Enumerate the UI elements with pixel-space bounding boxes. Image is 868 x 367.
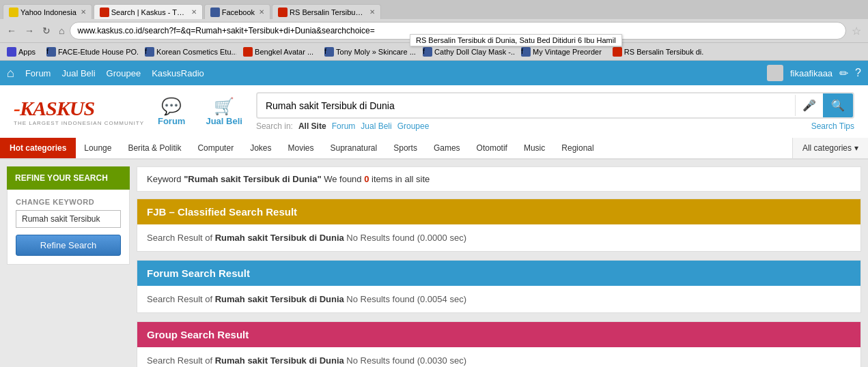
fjb-body-query: Rumah sakit Tersibuk di Dunia bbox=[215, 233, 344, 243]
bookmark-label-bengkel: Bengkel Avatar ... bbox=[255, 48, 313, 56]
cat-supranatural[interactable]: Supranatural bbox=[322, 138, 386, 158]
search-mic-button[interactable]: 🎤 bbox=[795, 95, 823, 116]
bookmark-label-my-vintage: My Vintage Preorder bbox=[533, 48, 602, 56]
bookmark-rs-bersalin[interactable]: RS Bersalin Tersibuk di... bbox=[608, 46, 704, 58]
cat-lounge[interactable]: Lounge bbox=[76, 138, 120, 158]
all-categories-button[interactable]: All categories ▾ bbox=[792, 138, 868, 158]
fjb-body-prefix: Search Result of bbox=[147, 233, 215, 243]
fjb-section: FJB – Classified Search Result Search Re… bbox=[137, 199, 861, 252]
back-button[interactable]: ← bbox=[4, 24, 19, 38]
bookmark-icon-my-vintage: f bbox=[521, 47, 531, 57]
tab-close-kaskus[interactable]: ✕ bbox=[191, 8, 197, 16]
tab-facebook[interactable]: Facebook ✕ bbox=[204, 4, 270, 19]
bookmark-icon-face-etude: f bbox=[46, 47, 56, 57]
keyword-suffix-post: items in all site bbox=[369, 174, 430, 184]
search-bar: 🎤 🔍 bbox=[256, 92, 854, 119]
tab-rs[interactable]: RS Bersalin Tersibuk di Duni... ✕ bbox=[272, 4, 381, 19]
search-opt-jualbeli[interactable]: Jual Beli bbox=[361, 121, 391, 131]
refine-search-button[interactable]: Refine Search bbox=[16, 235, 121, 256]
keyword-result-bar: Keyword "Rumah sakit Tersibuk di Dunia" … bbox=[137, 166, 861, 192]
bookmark-apps[interactable]: Apps bbox=[3, 46, 40, 58]
cat-jokes[interactable]: Jokes bbox=[242, 138, 279, 158]
home-nav-icon[interactable]: ⌂ bbox=[7, 66, 14, 80]
help-button[interactable]: ? bbox=[855, 67, 861, 79]
group-body: Search Result of Rumah sakit Tersibuk di… bbox=[137, 347, 860, 367]
avatar bbox=[767, 65, 783, 81]
right-panel: Keyword "Rumah sakit Tersibuk di Dunia" … bbox=[137, 166, 861, 367]
left-panel: REFINE YOUR SEARCH CHANGE KEYWORD Refine… bbox=[7, 166, 130, 367]
cat-sports[interactable]: Sports bbox=[385, 138, 425, 158]
tab-close-fb[interactable]: ✕ bbox=[259, 8, 264, 16]
cat-berita[interactable]: Berita & Politik bbox=[120, 138, 189, 158]
tab-favicon-rs bbox=[278, 8, 288, 17]
site-header: -KASKUS THE LARGEST INDONESIAN COMMUNITY… bbox=[0, 85, 868, 138]
refine-body: CHANGE KEYWORD Refine Search bbox=[7, 190, 130, 265]
tab-close-yahoo[interactable]: ✕ bbox=[81, 8, 86, 16]
main-content: REFINE YOUR SEARCH CHANGE KEYWORD Refine… bbox=[0, 160, 868, 367]
header-jualbeli-link[interactable]: 🛒 Jual Beli bbox=[206, 97, 242, 126]
search-in-label: Search in: bbox=[256, 121, 293, 131]
tab-yahoo[interactable]: Yahoo Indonesia ✕ bbox=[3, 4, 92, 19]
bookmark-korean-cosmetics[interactable]: f Korean Cosmetics Etu... bbox=[141, 46, 236, 58]
group-body-prefix: Search Result of bbox=[147, 355, 215, 366]
reload-button[interactable]: ↻ bbox=[40, 24, 53, 38]
jualbeli-icon: 🛒 bbox=[214, 97, 234, 116]
refine-header: REFINE YOUR SEARCH bbox=[7, 166, 130, 190]
bookmark-tony-moly[interactable]: f Tony Moly » Skincare ... bbox=[320, 46, 416, 58]
nav-groupee[interactable]: Groupee bbox=[107, 68, 141, 78]
search-submit-button[interactable]: 🔍 bbox=[823, 93, 853, 117]
page: ⌂ Forum Jual Beli Groupee KaskusRadio fi… bbox=[0, 61, 868, 367]
search-opt-allsite[interactable]: All Site bbox=[298, 121, 326, 131]
bookmark-label-korean: Korean Cosmetics Etu... bbox=[156, 48, 236, 56]
bookmark-star-button[interactable]: ☆ bbox=[849, 23, 864, 39]
bookmark-icon-apps bbox=[7, 47, 16, 57]
header-forum-label: Forum bbox=[158, 116, 185, 126]
forum-header: Forum Search Result bbox=[137, 261, 860, 286]
group-body-suffix: No Results found (0.0030 sec) bbox=[344, 355, 466, 366]
cat-computer[interactable]: Computer bbox=[189, 138, 242, 158]
search-input[interactable] bbox=[257, 95, 795, 117]
fjb-body: Search Result of Rumah sakit Tersibuk di… bbox=[137, 224, 860, 251]
keyword-suffix-pre: We found bbox=[322, 174, 365, 184]
keyword-input[interactable] bbox=[16, 210, 121, 228]
header-forum-link[interactable]: 💬 Forum bbox=[158, 97, 185, 126]
bookmark-cathy-doll[interactable]: f Cathy Doll Clay Mask -... bbox=[419, 46, 514, 58]
search-tips-link[interactable]: Search Tips bbox=[811, 121, 854, 131]
tab-kaskus[interactable]: Search | Kaskus - The Large... ✕ bbox=[94, 4, 203, 19]
keyword-prefix: Keyword bbox=[147, 174, 184, 184]
fjb-header: FJB – Classified Search Result bbox=[137, 199, 860, 224]
bookmark-my-vintage[interactable]: f My Vintage Preorder bbox=[517, 46, 606, 58]
cat-games[interactable]: Games bbox=[425, 138, 468, 158]
nav-right: fikaafikaaa ✏ ? bbox=[767, 65, 861, 81]
edit-profile-button[interactable]: ✏ bbox=[839, 67, 848, 80]
cat-otomotif[interactable]: Otomotif bbox=[468, 138, 516, 158]
site-nav: ⌂ Forum Jual Beli Groupee KaskusRadio fi… bbox=[0, 61, 868, 85]
cat-movies[interactable]: Movies bbox=[279, 138, 322, 158]
tab-tooltip: RS Bersalin Tersibuk di Dunia, Satu Bed … bbox=[410, 34, 622, 46]
home-button[interactable]: ⌂ bbox=[56, 24, 67, 38]
bookmark-face-etude[interactable]: f FACE-Etude House PO... bbox=[42, 46, 138, 58]
bookmark-bengkel[interactable]: Bengkel Avatar ... bbox=[239, 46, 318, 58]
bookmark-icon-cathy-doll: f bbox=[423, 47, 432, 57]
tab-label-rs: RS Bersalin Tersibuk di Duni... bbox=[290, 8, 365, 16]
tab-label-kaskus: Search | Kaskus - The Large... bbox=[111, 8, 187, 16]
forum-body-query: Rumah sakit Tersibuk di Dunia bbox=[215, 294, 344, 304]
bookmark-label-tony-moly: Tony Moly » Skincare ... bbox=[336, 48, 416, 56]
search-opt-forum[interactable]: Forum bbox=[332, 121, 356, 131]
cat-regional[interactable]: Regional bbox=[553, 138, 602, 158]
keyword-query: "Rumah sakit Tersibuk di Dunia" bbox=[184, 174, 321, 184]
tab-label-fb: Facebook bbox=[222, 8, 255, 16]
nav-forum[interactable]: Forum bbox=[25, 68, 51, 78]
tab-favicon-kaskus bbox=[100, 8, 109, 17]
nav-jual-beli[interactable]: Jual Beli bbox=[61, 68, 95, 78]
nav-kaskusradio[interactable]: KaskusRadio bbox=[152, 68, 204, 78]
tab-close-rs[interactable]: ✕ bbox=[369, 8, 375, 16]
forward-button[interactable]: → bbox=[22, 24, 37, 38]
hot-categories-label[interactable]: Hot categories bbox=[0, 138, 76, 158]
search-opt-groupee[interactable]: Groupee bbox=[397, 121, 430, 131]
fjb-body-suffix: No Results found (0.0000 sec) bbox=[344, 233, 466, 243]
forum-body-suffix: No Results found (0.0054 sec) bbox=[344, 294, 466, 304]
cat-music[interactable]: Music bbox=[516, 138, 553, 158]
bookmark-icon-korean: f bbox=[145, 47, 154, 57]
forum-body: Search Result of Rumah sakit Tersibuk di… bbox=[137, 286, 860, 312]
